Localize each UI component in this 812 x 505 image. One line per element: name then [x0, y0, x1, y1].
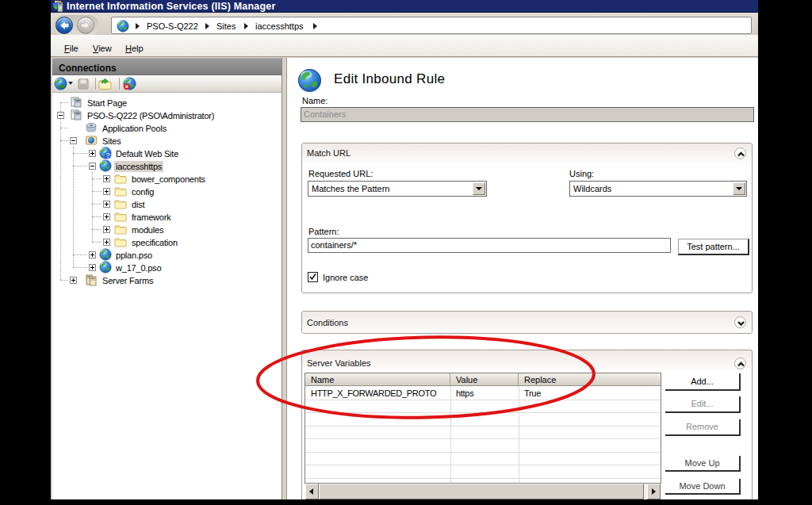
svg-text:?: ? [106, 151, 110, 159]
